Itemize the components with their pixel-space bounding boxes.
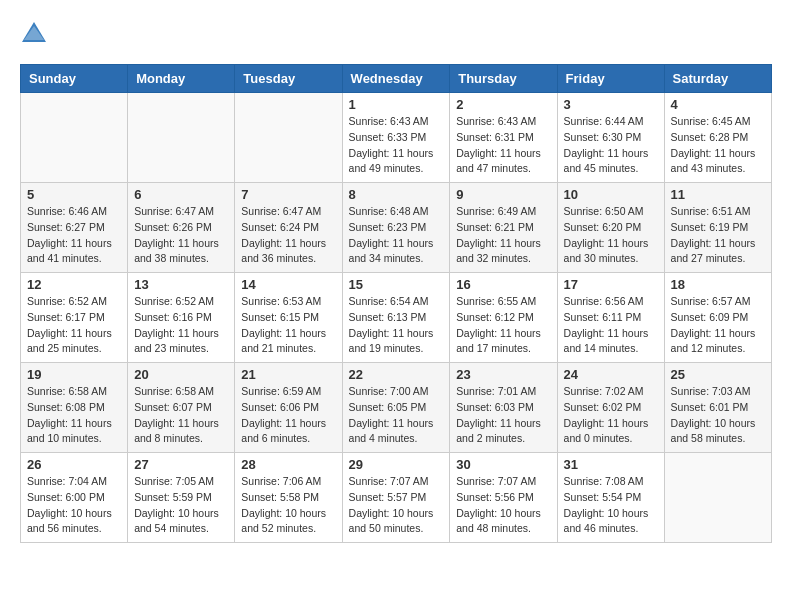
day-info: Sunrise: 6:48 AM Sunset: 6:23 PM Dayligh… — [349, 204, 444, 267]
calendar-header-saturday: Saturday — [664, 65, 771, 93]
calendar-cell: 21Sunrise: 6:59 AM Sunset: 6:06 PM Dayli… — [235, 363, 342, 453]
calendar-cell: 17Sunrise: 6:56 AM Sunset: 6:11 PM Dayli… — [557, 273, 664, 363]
day-number: 12 — [27, 277, 121, 292]
calendar-cell: 11Sunrise: 6:51 AM Sunset: 6:19 PM Dayli… — [664, 183, 771, 273]
day-number: 19 — [27, 367, 121, 382]
page-header — [20, 20, 772, 48]
day-number: 29 — [349, 457, 444, 472]
calendar-cell: 24Sunrise: 7:02 AM Sunset: 6:02 PM Dayli… — [557, 363, 664, 453]
calendar-header-monday: Monday — [128, 65, 235, 93]
calendar-cell: 9Sunrise: 6:49 AM Sunset: 6:21 PM Daylig… — [450, 183, 557, 273]
day-info: Sunrise: 6:59 AM Sunset: 6:06 PM Dayligh… — [241, 384, 335, 447]
calendar-header-row: SundayMondayTuesdayWednesdayThursdayFrid… — [21, 65, 772, 93]
calendar-week-2: 5Sunrise: 6:46 AM Sunset: 6:27 PM Daylig… — [21, 183, 772, 273]
day-info: Sunrise: 6:58 AM Sunset: 6:07 PM Dayligh… — [134, 384, 228, 447]
calendar-week-4: 19Sunrise: 6:58 AM Sunset: 6:08 PM Dayli… — [21, 363, 772, 453]
day-number: 20 — [134, 367, 228, 382]
calendar-header-thursday: Thursday — [450, 65, 557, 93]
calendar-cell: 8Sunrise: 6:48 AM Sunset: 6:23 PM Daylig… — [342, 183, 450, 273]
day-number: 23 — [456, 367, 550, 382]
day-number: 31 — [564, 457, 658, 472]
day-info: Sunrise: 7:00 AM Sunset: 6:05 PM Dayligh… — [349, 384, 444, 447]
day-info: Sunrise: 6:51 AM Sunset: 6:19 PM Dayligh… — [671, 204, 765, 267]
svg-marker-1 — [24, 26, 44, 40]
day-info: Sunrise: 7:01 AM Sunset: 6:03 PM Dayligh… — [456, 384, 550, 447]
day-info: Sunrise: 6:47 AM Sunset: 6:26 PM Dayligh… — [134, 204, 228, 267]
day-number: 22 — [349, 367, 444, 382]
calendar-table: SundayMondayTuesdayWednesdayThursdayFrid… — [20, 64, 772, 543]
day-info: Sunrise: 6:43 AM Sunset: 6:33 PM Dayligh… — [349, 114, 444, 177]
calendar-week-5: 26Sunrise: 7:04 AM Sunset: 6:00 PM Dayli… — [21, 453, 772, 543]
day-info: Sunrise: 6:57 AM Sunset: 6:09 PM Dayligh… — [671, 294, 765, 357]
day-number: 6 — [134, 187, 228, 202]
calendar-cell: 16Sunrise: 6:55 AM Sunset: 6:12 PM Dayli… — [450, 273, 557, 363]
calendar-cell: 28Sunrise: 7:06 AM Sunset: 5:58 PM Dayli… — [235, 453, 342, 543]
day-info: Sunrise: 6:46 AM Sunset: 6:27 PM Dayligh… — [27, 204, 121, 267]
calendar-cell — [664, 453, 771, 543]
day-number: 2 — [456, 97, 550, 112]
day-info: Sunrise: 7:05 AM Sunset: 5:59 PM Dayligh… — [134, 474, 228, 537]
day-number: 8 — [349, 187, 444, 202]
day-number: 10 — [564, 187, 658, 202]
logo-icon — [20, 20, 48, 48]
calendar-cell: 22Sunrise: 7:00 AM Sunset: 6:05 PM Dayli… — [342, 363, 450, 453]
day-info: Sunrise: 6:49 AM Sunset: 6:21 PM Dayligh… — [456, 204, 550, 267]
calendar-cell: 13Sunrise: 6:52 AM Sunset: 6:16 PM Dayli… — [128, 273, 235, 363]
calendar-cell: 10Sunrise: 6:50 AM Sunset: 6:20 PM Dayli… — [557, 183, 664, 273]
calendar-cell: 5Sunrise: 6:46 AM Sunset: 6:27 PM Daylig… — [21, 183, 128, 273]
day-info: Sunrise: 6:58 AM Sunset: 6:08 PM Dayligh… — [27, 384, 121, 447]
day-info: Sunrise: 6:45 AM Sunset: 6:28 PM Dayligh… — [671, 114, 765, 177]
day-number: 7 — [241, 187, 335, 202]
calendar-cell: 19Sunrise: 6:58 AM Sunset: 6:08 PM Dayli… — [21, 363, 128, 453]
calendar-cell: 4Sunrise: 6:45 AM Sunset: 6:28 PM Daylig… — [664, 93, 771, 183]
day-number: 25 — [671, 367, 765, 382]
calendar-cell: 15Sunrise: 6:54 AM Sunset: 6:13 PM Dayli… — [342, 273, 450, 363]
calendar-cell: 18Sunrise: 6:57 AM Sunset: 6:09 PM Dayli… — [664, 273, 771, 363]
day-number: 18 — [671, 277, 765, 292]
day-info: Sunrise: 6:50 AM Sunset: 6:20 PM Dayligh… — [564, 204, 658, 267]
day-number: 15 — [349, 277, 444, 292]
day-info: Sunrise: 7:08 AM Sunset: 5:54 PM Dayligh… — [564, 474, 658, 537]
day-number: 27 — [134, 457, 228, 472]
day-info: Sunrise: 6:55 AM Sunset: 6:12 PM Dayligh… — [456, 294, 550, 357]
calendar-cell: 6Sunrise: 6:47 AM Sunset: 6:26 PM Daylig… — [128, 183, 235, 273]
day-info: Sunrise: 7:07 AM Sunset: 5:56 PM Dayligh… — [456, 474, 550, 537]
day-number: 28 — [241, 457, 335, 472]
day-number: 5 — [27, 187, 121, 202]
calendar-cell — [21, 93, 128, 183]
day-number: 30 — [456, 457, 550, 472]
calendar-cell: 27Sunrise: 7:05 AM Sunset: 5:59 PM Dayli… — [128, 453, 235, 543]
day-info: Sunrise: 7:06 AM Sunset: 5:58 PM Dayligh… — [241, 474, 335, 537]
day-number: 24 — [564, 367, 658, 382]
calendar-header-tuesday: Tuesday — [235, 65, 342, 93]
day-number: 17 — [564, 277, 658, 292]
calendar-cell: 29Sunrise: 7:07 AM Sunset: 5:57 PM Dayli… — [342, 453, 450, 543]
day-info: Sunrise: 7:03 AM Sunset: 6:01 PM Dayligh… — [671, 384, 765, 447]
calendar-cell: 30Sunrise: 7:07 AM Sunset: 5:56 PM Dayli… — [450, 453, 557, 543]
calendar-cell: 25Sunrise: 7:03 AM Sunset: 6:01 PM Dayli… — [664, 363, 771, 453]
calendar-cell: 2Sunrise: 6:43 AM Sunset: 6:31 PM Daylig… — [450, 93, 557, 183]
calendar-cell: 14Sunrise: 6:53 AM Sunset: 6:15 PM Dayli… — [235, 273, 342, 363]
calendar-week-3: 12Sunrise: 6:52 AM Sunset: 6:17 PM Dayli… — [21, 273, 772, 363]
calendar-cell: 31Sunrise: 7:08 AM Sunset: 5:54 PM Dayli… — [557, 453, 664, 543]
day-info: Sunrise: 6:54 AM Sunset: 6:13 PM Dayligh… — [349, 294, 444, 357]
logo — [20, 20, 52, 48]
calendar-cell: 12Sunrise: 6:52 AM Sunset: 6:17 PM Dayli… — [21, 273, 128, 363]
calendar-cell — [128, 93, 235, 183]
day-info: Sunrise: 7:07 AM Sunset: 5:57 PM Dayligh… — [349, 474, 444, 537]
day-info: Sunrise: 7:04 AM Sunset: 6:00 PM Dayligh… — [27, 474, 121, 537]
calendar-cell: 7Sunrise: 6:47 AM Sunset: 6:24 PM Daylig… — [235, 183, 342, 273]
calendar-header-wednesday: Wednesday — [342, 65, 450, 93]
calendar-cell: 23Sunrise: 7:01 AM Sunset: 6:03 PM Dayli… — [450, 363, 557, 453]
day-info: Sunrise: 6:53 AM Sunset: 6:15 PM Dayligh… — [241, 294, 335, 357]
day-number: 21 — [241, 367, 335, 382]
day-number: 4 — [671, 97, 765, 112]
day-info: Sunrise: 6:56 AM Sunset: 6:11 PM Dayligh… — [564, 294, 658, 357]
calendar-week-1: 1Sunrise: 6:43 AM Sunset: 6:33 PM Daylig… — [21, 93, 772, 183]
calendar-cell: 20Sunrise: 6:58 AM Sunset: 6:07 PM Dayli… — [128, 363, 235, 453]
calendar-cell: 3Sunrise: 6:44 AM Sunset: 6:30 PM Daylig… — [557, 93, 664, 183]
day-number: 11 — [671, 187, 765, 202]
day-number: 16 — [456, 277, 550, 292]
day-number: 9 — [456, 187, 550, 202]
day-number: 3 — [564, 97, 658, 112]
